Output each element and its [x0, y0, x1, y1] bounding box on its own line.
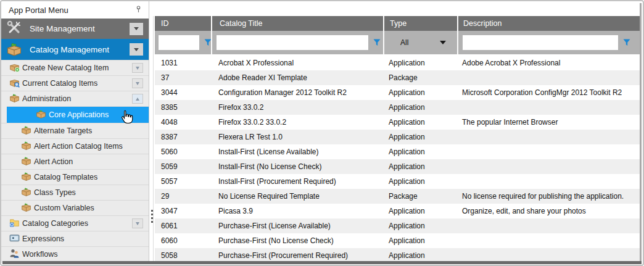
- box-add-icon: [9, 62, 20, 74]
- table-row[interactable]: 8385Firefox 33.0.2Application: [155, 100, 642, 115]
- cell-description: [457, 70, 642, 85]
- cell-title: Picasa 3.9: [211, 204, 383, 218]
- table-row[interactable]: 5059Install-First (No License Check)Appl…: [155, 159, 642, 174]
- sidebar-item-alternate-targets[interactable]: Alternate Targets: [1, 123, 149, 138]
- splitter-dots-icon: [151, 210, 153, 223]
- sidebar-item-core-applications[interactable]: Core Applications: [7, 106, 149, 123]
- cell-id: 6061: [155, 218, 211, 233]
- sidebar-item-label: Create New Catalog Item: [22, 64, 109, 72]
- cell-id: 5059: [155, 159, 211, 174]
- type-filter-dropdown[interactable]: All: [384, 38, 457, 47]
- sidebar-item-label: Custom Variables: [34, 204, 94, 212]
- sidebar-item-label: Catalog Categories: [22, 219, 88, 228]
- cell-id: 4048: [155, 115, 211, 130]
- sidebar-item-administration[interactable]: Administration: [1, 91, 149, 106]
- cell-id: 8387: [155, 130, 211, 144]
- cell-description: The popular Internet Browser: [457, 115, 642, 130]
- expand-button-catalog-categories[interactable]: [132, 218, 143, 228]
- expand-button-current-items[interactable]: [132, 78, 143, 88]
- description-filter-button[interactable]: [623, 39, 630, 46]
- column-header-type[interactable]: Type: [383, 16, 457, 31]
- sidebar-item-alert-action[interactable]: Alert Action: [1, 154, 149, 169]
- cell-type: Application: [383, 100, 457, 115]
- cell-type: Application: [383, 144, 457, 159]
- window-right-edge: [640, 3, 642, 262]
- table-row[interactable]: 6060Purchase-First (No License Check)App…: [155, 233, 642, 248]
- tools-icon: [6, 20, 22, 38]
- table-body: 1031Acrobat X ProfessionalApplicationAdo…: [155, 56, 642, 263]
- sidebar-item-label: Site Management: [30, 24, 95, 33]
- sidebar-item-label: Catalog Templates: [34, 173, 97, 181]
- sidebar-item-create-new-catalog-item[interactable]: Create New Catalog Item: [1, 60, 149, 75]
- sidebar-item-label: Alternate Targets: [34, 127, 92, 135]
- column-header-catalog-title[interactable]: Catalog Title: [211, 16, 383, 31]
- sidebar-item-alert-action-catalog-items[interactable]: Alert Action Catalog Items: [1, 138, 149, 154]
- sidebar-item-workflows[interactable]: Workflows: [1, 246, 149, 262]
- column-header-description[interactable]: Description: [457, 16, 642, 31]
- pin-icon[interactable]: [134, 5, 142, 15]
- expand-button-catalog-management[interactable]: [130, 43, 143, 56]
- cell-description: [457, 130, 642, 144]
- cell-type: Application: [383, 130, 457, 144]
- table-row[interactable]: 8387Flexera LR Test 1.0Application: [155, 130, 642, 144]
- sidebar-item-class-types[interactable]: Class Types: [1, 185, 149, 200]
- cell-description: [457, 159, 642, 174]
- table-row[interactable]: 37Adobe Reader XI TemplatePackage: [155, 70, 642, 85]
- cell-description: Organize, edit, and share your photos: [457, 204, 642, 218]
- cell-description: [457, 100, 642, 115]
- sidebar-item-site-management[interactable]: Site Management: [1, 19, 149, 39]
- cell-type: Application: [383, 56, 457, 70]
- table-row[interactable]: 4048Firefox 33.0.2 33.0.2ApplicationThe …: [155, 115, 642, 130]
- box-icon: [9, 93, 20, 105]
- cell-description: [457, 233, 642, 248]
- cell-type: Application: [383, 85, 457, 100]
- sidebar-item-current-catalog-items[interactable]: Current Catalog Items: [1, 75, 149, 91]
- table-row[interactable]: 3044Configuration Manager 2012 Toolkit R…: [155, 85, 642, 100]
- expand-button-create-new[interactable]: [132, 63, 143, 73]
- box-icon: [21, 125, 31, 137]
- title-filter-button[interactable]: [373, 39, 381, 46]
- sidebar-item-catalog-management[interactable]: Catalog Management: [1, 39, 149, 60]
- cell-title: Purchase-First (License Available): [211, 218, 383, 233]
- table-row[interactable]: 29No License Required TemplatePackageNo …: [155, 189, 642, 204]
- cell-title: Install-First (License Available): [211, 144, 383, 159]
- cell-title: Install-First (Procurement Required): [211, 174, 383, 189]
- splitter-handle[interactable]: [151, 1, 155, 263]
- description-filter-input[interactable]: [463, 35, 618, 50]
- id-filter-input[interactable]: [159, 35, 199, 50]
- grid-filter-row: All: [155, 31, 642, 56]
- cell-title: Install-First (No License Check): [211, 159, 383, 174]
- sidebar-item-label: Class Types: [34, 188, 76, 197]
- title-filter-input[interactable]: [217, 35, 368, 50]
- table-row[interactable]: 6061Purchase-First (License Available)Ap…: [155, 218, 642, 233]
- sidebar-item-expressions[interactable]: Expressions: [1, 231, 149, 246]
- cell-type: Application: [383, 204, 457, 218]
- sidebar-item-label: Catalog Management: [30, 45, 109, 54]
- sidebar-item-custom-variables[interactable]: Custom Variables: [1, 200, 149, 215]
- cell-title: Flexera LR Test 1.0: [211, 130, 383, 144]
- sidebar-title: App Portal Menu: [9, 6, 68, 15]
- app-window: App Portal Menu Site Management: [0, 0, 644, 266]
- table-row[interactable]: 5057Install-First (Procurement Required)…: [155, 174, 642, 189]
- cell-id: 3047: [155, 204, 211, 218]
- cell-description: No license required for publishing the a…: [457, 189, 642, 204]
- table-row[interactable]: 5060Install-First (License Available)App…: [155, 144, 642, 159]
- cell-id: 3044: [155, 85, 211, 100]
- cell-type: Application: [383, 115, 457, 130]
- sidebar-item-label: Administration: [22, 94, 71, 103]
- cell-type: Application: [383, 218, 457, 233]
- cell-id: 1031: [155, 56, 211, 70]
- cell-id: 5060: [155, 144, 211, 159]
- sidebar-item-label: Expressions: [22, 235, 64, 243]
- table-row[interactable]: 3047Picasa 3.9ApplicationOrganize, edit,…: [155, 204, 642, 218]
- cell-title: Acrobat X Professional: [211, 56, 383, 70]
- table-row[interactable]: 1031Acrobat X ProfessionalApplicationAdo…: [155, 56, 642, 70]
- expand-button-site-management[interactable]: [130, 23, 143, 35]
- column-header-id[interactable]: ID: [155, 16, 211, 31]
- cell-title: Firefox 33.0.2 33.0.2: [211, 115, 383, 130]
- sidebar-item-label: Alert Action: [34, 157, 73, 166]
- sidebar-item-catalog-templates[interactable]: Catalog Templates: [1, 169, 149, 185]
- collapse-button-administration[interactable]: [132, 94, 143, 104]
- sidebar-item-label: Workflows: [22, 250, 57, 259]
- sidebar-item-catalog-categories[interactable]: Catalog Categories: [1, 215, 149, 231]
